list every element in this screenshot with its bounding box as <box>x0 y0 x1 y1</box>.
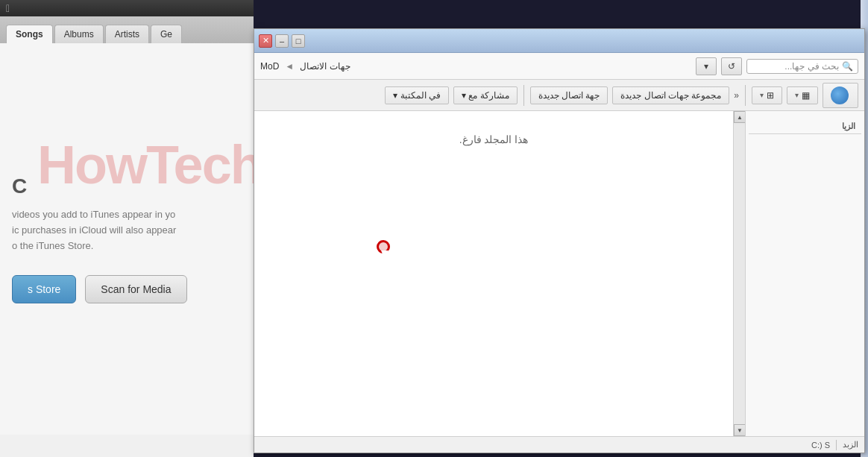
search-box[interactable]: 🔍 بحث في جها... <box>746 59 858 74</box>
share-with-button[interactable]: مشاركة مع ▾ <box>453 86 518 104</box>
sidebar-section-title: الزيا <box>749 117 861 134</box>
dialog-main: هذا المجلد فارغ. ▲ ▼ الزيا <box>254 111 864 436</box>
mac-menu-bar:  <box>0 0 254 16</box>
close-button[interactable]: ✕ <box>259 34 272 48</box>
search-icon: 🔍 <box>842 61 853 72</box>
tab-albums[interactable]: Albums <box>54 25 104 43</box>
scrollbar-track[interactable] <box>734 123 745 424</box>
dialog-title-bar: ✕ – □ <box>254 29 864 53</box>
new-contact-group-button[interactable]: مجموعة جهات اتصال جديدة <box>612 86 729 104</box>
sidebar-item-2[interactable] <box>749 143 861 149</box>
cmd-separator-1 <box>745 85 746 106</box>
tab-songs[interactable]: Songs <box>6 25 53 43</box>
itunes-description: videos you add to iTunes appear in yo ic… <box>12 207 242 253</box>
dialog-sidebar: الزيا <box>745 111 864 436</box>
dialog-content-area: هذا المجلد فارغ. <box>254 111 733 436</box>
itunes-main-title: C <box>12 174 242 198</box>
library-button[interactable]: في المكتبة ▾ <box>385 86 449 104</box>
globe-view-button[interactable] <box>823 83 858 108</box>
apple-icon:  <box>6 2 10 14</box>
tab-more[interactable]: Ge <box>151 25 182 43</box>
tab-artists[interactable]: Artists <box>105 25 149 43</box>
minimize-button[interactable]: – <box>275 34 289 48</box>
itunes-tab-bar: Songs Albums Artists Ge <box>0 16 254 43</box>
itunes-action-buttons: s Store Scan for Media <box>12 275 242 303</box>
dialog-scrollbar[interactable]: ▲ ▼ <box>733 111 745 436</box>
windows-contacts-dialog: ✕ – □ 🔍 بحث في جها... ↺ ▾ جهات الاتصال ◄… <box>254 28 865 453</box>
breadcrumb-separator: ◄ <box>285 61 294 72</box>
dialog-command-bar: ▦ ▾ ⊞ ▾ « مجموعة جهات اتصال جديدة جهة ات… <box>254 80 864 111</box>
cmd-separator-2 <box>523 85 524 106</box>
itunes-window:  Songs Albums Artists Ge C videos you a… <box>0 0 254 457</box>
dialog-status-bar: الزبد C:) S <box>254 436 864 453</box>
scroll-down-arrow[interactable]: ▼ <box>734 424 746 436</box>
status-bar-right-text: الزبد <box>843 440 858 450</box>
view-options-button[interactable]: ⊞ ▾ <box>752 86 782 104</box>
status-bar-left-text: C:) S <box>811 441 830 450</box>
itunes-content-area: C videos you add to iTunes appear in yo … <box>0 43 254 435</box>
empty-folder-text: هذا المجلد فارغ. <box>459 133 529 145</box>
layout-button[interactable]: ▦ ▾ <box>787 86 818 104</box>
breadcrumb-app: MoD <box>260 61 279 72</box>
breadcrumb-area: جهات الاتصال ◄ MoD <box>260 61 691 72</box>
dialog-toolbar: 🔍 بحث في جها... ↺ ▾ جهات الاتصال ◄ MoD <box>254 53 864 80</box>
cmd-label: « <box>734 90 739 101</box>
sidebar-item-1[interactable] <box>749 137 861 143</box>
scroll-up-arrow[interactable]: ▲ <box>734 111 746 123</box>
search-placeholder-text: بحث في جها... <box>784 61 839 72</box>
itunes-store-button[interactable]: s Store <box>12 275 76 303</box>
scan-for-media-button[interactable]: Scan for Media <box>85 275 186 303</box>
breadcrumb-current: جهات الاتصال <box>300 61 350 72</box>
globe-icon <box>831 86 849 104</box>
status-divider <box>836 440 837 450</box>
nav-dropdown-button[interactable]: ▾ <box>696 57 717 75</box>
new-contact-button[interactable]: جهة اتصال جديدة <box>530 86 608 104</box>
maximize-button[interactable]: □ <box>292 34 305 48</box>
refresh-button[interactable]: ↺ <box>721 57 742 75</box>
